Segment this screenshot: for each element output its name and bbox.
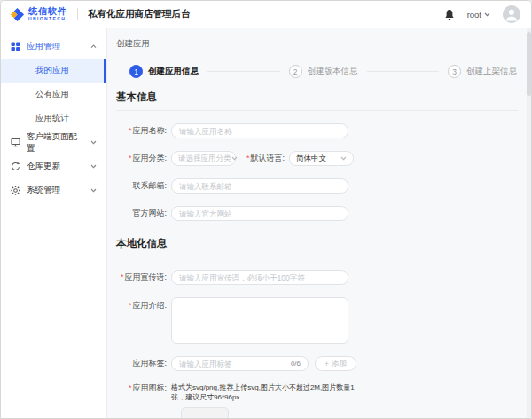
create-app-form: 基本信息 *应用名称: *应用分类: 请选择应用分类 <box>107 91 531 418</box>
form-row-category-language: *应用分类: 请选择应用分类 *默认语言: 简体中文 <box>116 151 518 166</box>
bell-icon[interactable] <box>444 9 455 20</box>
section-divider <box>116 257 518 257</box>
sidebar-item-public-apps[interactable]: 公有应用 <box>1 83 106 107</box>
chevron-down-icon <box>484 12 490 17</box>
app-name-input[interactable] <box>179 127 340 136</box>
sidebar-group-system-management[interactable]: 系统管理 <box>1 178 106 202</box>
required-mark: * <box>129 301 132 310</box>
contact-email-input[interactable] <box>179 182 340 191</box>
sidebar-group-label: 仓库更新 <box>27 161 60 172</box>
monitor-icon <box>11 138 20 147</box>
header-divider <box>77 8 78 20</box>
vertical-scrollbar[interactable] <box>527 28 531 418</box>
add-tag-button[interactable]: + 添加 <box>315 356 356 371</box>
required-mark: * <box>129 126 132 135</box>
stepper: 1 创建应用信息 2 创建版本信息 3 创建上架信息 <box>129 65 517 78</box>
app-slogan-field <box>171 270 348 285</box>
step-connector <box>367 71 440 72</box>
grid-icon <box>11 42 20 51</box>
form-row-app-slogan: *应用宣传语: <box>116 270 518 285</box>
app-slogan-label: *应用宣传语: <box>116 272 167 283</box>
sidebar: 应用管理 我的应用 公有应用 应用统计 <box>1 28 107 418</box>
step-connector <box>207 71 280 72</box>
step-create-listing-info: 3 创建上架信息 <box>448 65 517 78</box>
form-row-contact-email: 联系邮箱: <box>116 178 518 194</box>
contact-email-label: 联系邮箱: <box>116 180 167 192</box>
chevron-up-icon <box>90 44 97 49</box>
chevron-down-icon <box>340 156 347 161</box>
sidebar-item-label: 应用统计 <box>35 113 69 124</box>
chevron-down-icon <box>231 156 238 161</box>
sidebar-group-repo-update[interactable]: 仓库更新 <box>1 154 106 178</box>
sidebar-group-client-page-config[interactable]: 客户端页面配置 <box>1 130 106 154</box>
official-site-input[interactable] <box>179 210 340 218</box>
form-row-official-site: 官方网站: <box>116 206 518 221</box>
form-row-app-intro: *应用介绍: <box>116 297 518 344</box>
step-label: 创建上架信息 <box>466 66 517 77</box>
sidebar-item-label: 我的应用 <box>35 65 69 76</box>
app-tags-input[interactable] <box>179 360 287 368</box>
topbar-actions: root <box>444 5 520 23</box>
upload-icon-button[interactable]: + 上传图标 <box>181 407 229 418</box>
main-content: 创建应用 1 创建应用信息 2 创建版本信息 3 创建上架信息 <box>107 28 531 418</box>
app-icon-label: *应用图标: <box>116 383 167 393</box>
chevron-down-icon <box>90 164 97 169</box>
tag-counter: 0/6 <box>291 360 301 368</box>
app-name-label: *应用名称: <box>116 125 167 137</box>
plus-icon: + <box>325 360 329 368</box>
add-tag-label: 添加 <box>332 359 347 369</box>
scrollbar-thumb[interactable] <box>527 32 531 96</box>
refresh-icon <box>11 162 20 171</box>
section-divider <box>116 110 518 111</box>
brand-text: 统信软件 UNIONTECH <box>28 7 67 21</box>
official-site-field <box>171 206 348 221</box>
sidebar-group-label: 应用管理 <box>27 41 60 52</box>
default-language-select[interactable]: 简体中文 <box>289 151 354 166</box>
sidebar-group-app-management[interactable]: 应用管理 <box>1 35 106 59</box>
app-category-placeholder: 请选择应用分类 <box>178 154 231 164</box>
sidebar-item-my-apps[interactable]: 我的应用 <box>1 59 106 83</box>
chevron-down-icon <box>90 140 97 145</box>
official-site-label: 官方网站: <box>116 208 167 219</box>
sidebar-item-app-statistics[interactable]: 应用统计 <box>1 107 106 130</box>
sidebar-group-label: 系统管理 <box>27 185 60 196</box>
app-window: 统信软件 UNIONTECH 私有化应用商店管理后台 root <box>0 0 532 419</box>
breadcrumb: 创建应用 <box>107 28 531 50</box>
brand-name-en: UNIONTECH <box>28 17 67 21</box>
app-icon-hint: 格式为svg/png,推荐上传svg,图片大小不超过2M,图片数量1张，建议尺寸… <box>171 383 359 402</box>
required-mark: * <box>121 273 124 281</box>
app-intro-label: *应用介绍: <box>116 300 167 312</box>
gear-icon <box>11 186 20 195</box>
app-category-select[interactable]: 请选择应用分类 <box>171 151 236 166</box>
app-tags-label: 应用标签: <box>116 358 167 369</box>
contact-email-field <box>171 178 348 194</box>
avatar[interactable] <box>503 5 520 23</box>
step-number: 1 <box>129 65 143 78</box>
required-mark: * <box>129 383 132 392</box>
step-label: 创建版本信息 <box>308 66 358 77</box>
app-category-label: *应用分类: <box>116 153 167 164</box>
step-create-version-info: 2 创建版本信息 <box>289 65 358 78</box>
uniontech-logo-icon <box>10 7 25 22</box>
required-mark: * <box>129 154 132 162</box>
upload-row: + 上传图标 <box>181 407 518 418</box>
brand-logo: 统信软件 UNIONTECH <box>10 7 67 22</box>
form-row-app-icon: *应用图标: 格式为svg/png,推荐上传svg,图片大小不超过2M,图片数量… <box>116 383 518 402</box>
section-title-localization-info: 本地化信息 <box>116 237 518 250</box>
step-number: 3 <box>448 65 461 78</box>
app-intro-textarea[interactable] <box>171 297 348 344</box>
page-title: 私有化应用商店管理后台 <box>88 8 191 20</box>
user-name: root <box>467 10 481 20</box>
step-label: 创建应用信息 <box>148 66 199 77</box>
required-mark: * <box>246 154 250 162</box>
step-create-app-info: 1 创建应用信息 <box>129 65 199 78</box>
app-slogan-input[interactable] <box>179 273 340 282</box>
default-language-value: 简体中文 <box>296 154 326 164</box>
sidebar-item-label: 公有应用 <box>35 89 69 100</box>
default-language-label: *默认语言: <box>246 153 285 164</box>
user-menu[interactable]: root <box>467 10 490 20</box>
app-tags-field: 0/6 <box>171 356 309 371</box>
form-row-app-tags: 应用标签: 0/6 + 添加 <box>116 356 518 371</box>
section-title-basic-info: 基本信息 <box>116 91 518 104</box>
app-name-field <box>171 123 348 138</box>
